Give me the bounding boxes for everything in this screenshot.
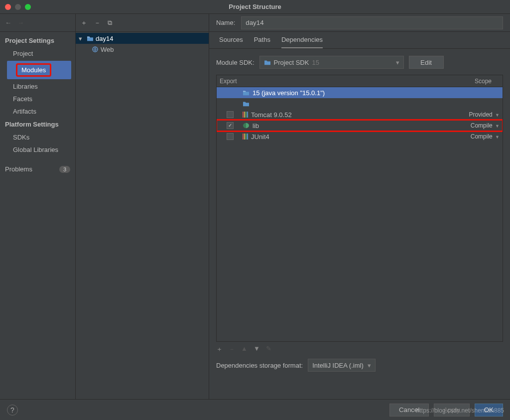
window-controls bbox=[0, 4, 31, 10]
sidebar-item-libraries[interactable]: Libraries bbox=[0, 80, 75, 93]
tree-label: Web bbox=[101, 46, 114, 53]
storage-label: Dependencies storage format: bbox=[216, 362, 303, 369]
export-checkbox[interactable] bbox=[227, 133, 234, 140]
add-icon[interactable]: ＋ bbox=[81, 18, 87, 27]
name-row: Name: bbox=[209, 14, 510, 31]
tree-module-day14[interactable]: ▾ day14 bbox=[76, 33, 209, 44]
module-name-input[interactable] bbox=[241, 16, 503, 29]
copy-icon[interactable]: ⧉ bbox=[108, 19, 112, 27]
cancel-button[interactable]: Cancel bbox=[389, 404, 429, 417]
remove-dep-icon[interactable]: － bbox=[229, 345, 235, 354]
scope-select[interactable]: Compile ▼ bbox=[464, 122, 503, 129]
dep-header: Export Scope bbox=[217, 75, 503, 87]
sdk-value-suffix: 15 bbox=[312, 59, 319, 66]
storage-value: IntelliJ IDEA (.iml) bbox=[312, 362, 364, 369]
storage-format-select[interactable]: IntelliJ IDEA (.iml) ▾ bbox=[308, 359, 376, 372]
problems-label: Problems bbox=[5, 165, 32, 173]
move-down-icon[interactable]: ▼ bbox=[254, 345, 260, 354]
module-toolbar: ＋ － ⧉ bbox=[76, 14, 209, 31]
titlebar: Project Structure bbox=[0, 0, 510, 14]
tree-facet-web[interactable]: Web bbox=[76, 44, 209, 55]
sidebar-item-facets[interactable]: Facets bbox=[0, 93, 75, 105]
window-title: Project Structure bbox=[0, 3, 510, 10]
tab-dependencies[interactable]: Dependencies bbox=[281, 36, 323, 48]
dep-row[interactable]: 15 (java version "15.0.1") bbox=[217, 87, 503, 98]
scope-select[interactable]: Provided ▼ bbox=[464, 111, 503, 118]
tree-label: day14 bbox=[96, 35, 113, 42]
tab-paths[interactable]: Paths bbox=[254, 36, 270, 48]
export-checkbox[interactable] bbox=[227, 122, 234, 129]
dep-row[interactable]: libCompile ▼ bbox=[217, 120, 503, 131]
module-sdk-row: Module SDK: Project SDK 15 ▾ Edit bbox=[209, 49, 510, 73]
minimize-window-button[interactable] bbox=[15, 4, 21, 10]
zoom-window-button[interactable] bbox=[25, 4, 31, 10]
back-arrow-icon[interactable]: ← bbox=[5, 19, 11, 26]
sidebar-item-modules[interactable]: Modules bbox=[7, 61, 71, 79]
chevron-down-icon[interactable]: ▾ bbox=[79, 35, 85, 42]
platform-settings-heading: Platform Settings bbox=[0, 118, 75, 131]
dep-row[interactable] bbox=[217, 98, 503, 109]
module-folder-icon bbox=[87, 35, 94, 41]
tab-sources[interactable]: Sources bbox=[219, 36, 243, 48]
col-scope: Scope bbox=[464, 78, 503, 85]
close-window-button[interactable] bbox=[5, 4, 11, 10]
help-icon[interactable]: ? bbox=[7, 405, 18, 416]
dep-label: 15 (java version "15.0.1") bbox=[253, 89, 325, 97]
module-sdk-label: Module SDK: bbox=[216, 59, 255, 66]
move-up-icon[interactable]: ▲ bbox=[241, 345, 248, 354]
web-globe-icon bbox=[92, 46, 99, 52]
tabs: Sources Paths Dependencies bbox=[209, 32, 510, 49]
dep-label: JUnit4 bbox=[251, 133, 269, 140]
forward-arrow-icon[interactable]: → bbox=[17, 19, 24, 26]
name-label: Name: bbox=[216, 19, 235, 26]
folder-icon bbox=[264, 59, 271, 65]
storage-row: Dependencies storage format: IntelliJ ID… bbox=[209, 357, 510, 374]
dependencies-table: Export Scope 15 (java version "15.0.1")T… bbox=[216, 75, 503, 342]
sidebar-item-global-libraries[interactable]: Global Libraries bbox=[0, 143, 75, 156]
chevron-down-icon: ▾ bbox=[396, 59, 399, 66]
modules-label: Modules bbox=[16, 63, 51, 77]
sidebar-item-project[interactable]: Project bbox=[0, 47, 75, 60]
module-sdk-select[interactable]: Project SDK 15 ▾ bbox=[259, 56, 404, 69]
sdk-value-prefix: Project SDK bbox=[274, 59, 309, 66]
problems-badge: 3 bbox=[59, 166, 70, 173]
right-panel: Sources Paths Dependencies Module SDK: P… bbox=[209, 32, 510, 399]
add-dep-icon[interactable]: ＋ bbox=[216, 345, 223, 354]
project-settings-heading: Project Settings bbox=[0, 34, 75, 47]
dialog-footer: ? Cancel Apply OK bbox=[0, 399, 510, 420]
edit-sdk-button[interactable]: Edit bbox=[409, 56, 444, 69]
ok-button[interactable]: OK bbox=[475, 404, 503, 417]
dep-table-toolbar: ＋ － ▲ ▼ ✎ bbox=[209, 342, 510, 357]
dep-row[interactable]: Tomcat 9.0.52Provided ▼ bbox=[217, 109, 503, 120]
apply-button[interactable]: Apply bbox=[434, 404, 469, 417]
edit-dep-icon[interactable]: ✎ bbox=[266, 345, 271, 354]
nav-toolbar: ← → bbox=[0, 14, 76, 31]
toolbar: ← → ＋ － ⧉ Name: bbox=[0, 14, 510, 32]
dep-row[interactable]: JUnit4Compile ▼ bbox=[217, 131, 503, 142]
dep-label: lib bbox=[253, 122, 259, 130]
sidebar: Project Settings Project Modules Librari… bbox=[0, 32, 76, 399]
dep-label: Tomcat 9.0.52 bbox=[251, 111, 292, 119]
scope-select[interactable]: Compile ▼ bbox=[464, 133, 503, 140]
modules-tree-panel: ▾ day14 Web bbox=[76, 32, 209, 399]
chevron-down-icon: ▾ bbox=[368, 362, 371, 369]
sidebar-item-sdks[interactable]: SDKs bbox=[0, 131, 75, 143]
remove-icon[interactable]: － bbox=[94, 18, 101, 27]
export-checkbox[interactable] bbox=[227, 111, 234, 118]
col-export: Export bbox=[217, 78, 241, 85]
sidebar-item-problems[interactable]: Problems 3 bbox=[0, 163, 75, 175]
sidebar-item-artifacts[interactable]: Artifacts bbox=[0, 105, 75, 118]
